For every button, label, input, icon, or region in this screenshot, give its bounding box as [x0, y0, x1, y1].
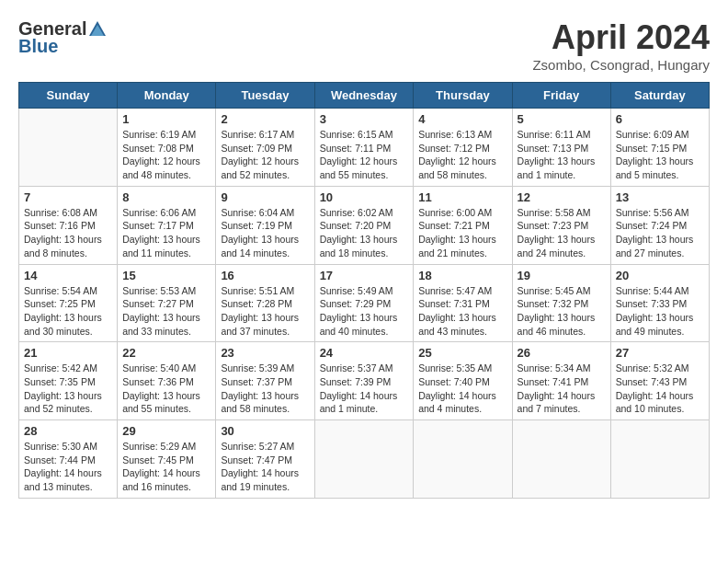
calendar-cell: 23Sunrise: 5:39 AMSunset: 7:37 PMDayligh…: [216, 342, 314, 420]
calendar-cell: 9Sunrise: 6:04 AMSunset: 7:19 PMDaylight…: [216, 186, 314, 264]
day-info: Sunrise: 6:15 AMSunset: 7:11 PMDaylight:…: [320, 128, 409, 182]
day-number: 4: [418, 112, 506, 126]
calendar-cell: 16Sunrise: 5:51 AMSunset: 7:28 PMDayligh…: [216, 264, 314, 342]
calendar-cell: 26Sunrise: 5:34 AMSunset: 7:41 PMDayligh…: [512, 342, 610, 420]
day-info: Sunrise: 5:40 AMSunset: 7:36 PMDaylight:…: [122, 362, 210, 416]
day-number: 25: [418, 346, 506, 360]
day-number: 6: [616, 112, 704, 126]
calendar-cell: 19Sunrise: 5:45 AMSunset: 7:32 PMDayligh…: [512, 264, 610, 342]
day-number: 5: [518, 112, 606, 126]
day-info: Sunrise: 6:11 AMSunset: 7:13 PMDaylight:…: [518, 128, 606, 182]
calendar-cell: 6Sunrise: 6:09 AMSunset: 7:15 PMDaylight…: [610, 109, 709, 187]
day-number: 15: [122, 269, 210, 282]
day-of-week-header: Thursday: [414, 83, 512, 109]
logo-icon: [87, 19, 108, 40]
day-number: 11: [418, 190, 506, 204]
day-info: Sunrise: 6:06 AMSunset: 7:17 PMDaylight:…: [122, 206, 210, 260]
day-number: 13: [616, 190, 704, 204]
calendar-cell: 21Sunrise: 5:42 AMSunset: 7:35 PMDayligh…: [19, 342, 118, 420]
calendar-cell: [414, 420, 512, 499]
day-info: Sunrise: 5:53 AMSunset: 7:27 PMDaylight:…: [122, 284, 210, 339]
calendar-cell: [19, 109, 118, 187]
day-of-week-header: Tuesday: [216, 83, 314, 109]
calendar-week-row: 7Sunrise: 6:08 AMSunset: 7:16 PMDaylight…: [19, 186, 710, 264]
day-number: 29: [122, 424, 210, 438]
day-info: Sunrise: 5:35 AMSunset: 7:40 PMDaylight:…: [418, 362, 506, 416]
calendar-cell: 1Sunrise: 6:19 AMSunset: 7:08 PMDaylight…: [118, 109, 216, 187]
calendar-cell: 17Sunrise: 5:49 AMSunset: 7:29 PMDayligh…: [314, 264, 414, 342]
day-info: Sunrise: 5:51 AMSunset: 7:28 PMDaylight:…: [221, 284, 309, 339]
day-number: 30: [221, 424, 309, 438]
day-info: Sunrise: 6:13 AMSunset: 7:12 PMDaylight:…: [418, 128, 506, 182]
calendar-cell: 11Sunrise: 6:00 AMSunset: 7:21 PMDayligh…: [414, 186, 512, 264]
day-info: Sunrise: 5:49 AMSunset: 7:29 PMDaylight:…: [320, 284, 409, 339]
day-number: 17: [320, 269, 409, 282]
calendar-week-row: 14Sunrise: 5:54 AMSunset: 7:25 PMDayligh…: [19, 264, 710, 342]
day-info: Sunrise: 5:44 AMSunset: 7:33 PMDaylight:…: [616, 284, 704, 339]
calendar-cell: 30Sunrise: 5:27 AMSunset: 7:47 PMDayligh…: [216, 420, 314, 499]
day-info: Sunrise: 6:19 AMSunset: 7:08 PMDaylight:…: [122, 128, 210, 182]
day-info: Sunrise: 5:45 AMSunset: 7:32 PMDaylight:…: [518, 284, 606, 339]
day-info: Sunrise: 6:08 AMSunset: 7:16 PMDaylight:…: [24, 206, 112, 260]
day-number: 3: [320, 112, 409, 126]
calendar-cell: 8Sunrise: 6:06 AMSunset: 7:17 PMDaylight…: [118, 186, 216, 264]
calendar-cell: 7Sunrise: 6:08 AMSunset: 7:16 PMDaylight…: [19, 186, 118, 264]
day-number: 2: [221, 112, 309, 126]
calendar-cell: 25Sunrise: 5:35 AMSunset: 7:40 PMDayligh…: [414, 342, 512, 420]
calendar-cell: 10Sunrise: 6:02 AMSunset: 7:20 PMDayligh…: [314, 186, 414, 264]
day-info: Sunrise: 5:56 AMSunset: 7:24 PMDaylight:…: [616, 206, 704, 260]
day-number: 12: [518, 190, 606, 204]
calendar-cell: 4Sunrise: 6:13 AMSunset: 7:12 PMDaylight…: [414, 109, 512, 187]
day-info: Sunrise: 5:58 AMSunset: 7:23 PMDaylight:…: [518, 206, 606, 260]
day-number: 9: [221, 190, 309, 204]
day-number: 20: [616, 269, 704, 282]
calendar-cell: 24Sunrise: 5:37 AMSunset: 7:39 PMDayligh…: [314, 342, 414, 420]
calendar-table: SundayMondayTuesdayWednesdayThursdayFrid…: [18, 82, 710, 499]
day-info: Sunrise: 5:47 AMSunset: 7:31 PMDaylight:…: [418, 284, 506, 339]
day-info: Sunrise: 6:04 AMSunset: 7:19 PMDaylight:…: [221, 206, 309, 260]
day-info: Sunrise: 5:42 AMSunset: 7:35 PMDaylight:…: [24, 362, 112, 416]
day-info: Sunrise: 6:02 AMSunset: 7:20 PMDaylight:…: [320, 206, 409, 260]
day-info: Sunrise: 5:39 AMSunset: 7:37 PMDaylight:…: [221, 362, 309, 416]
calendar-cell: 20Sunrise: 5:44 AMSunset: 7:33 PMDayligh…: [610, 264, 709, 342]
calendar-cell: 3Sunrise: 6:15 AMSunset: 7:11 PMDaylight…: [314, 109, 414, 187]
calendar-cell: 14Sunrise: 5:54 AMSunset: 7:25 PMDayligh…: [19, 264, 118, 342]
day-info: Sunrise: 5:29 AMSunset: 7:45 PMDaylight:…: [122, 440, 210, 494]
day-of-week-header: Saturday: [610, 83, 709, 109]
day-number: 16: [221, 269, 309, 282]
calendar-cell: 15Sunrise: 5:53 AMSunset: 7:27 PMDayligh…: [118, 264, 216, 342]
calendar-header-row: SundayMondayTuesdayWednesdayThursdayFrid…: [19, 83, 710, 109]
day-number: 22: [122, 346, 210, 360]
day-number: 24: [320, 346, 409, 360]
day-of-week-header: Wednesday: [314, 83, 414, 109]
day-info: Sunrise: 5:27 AMSunset: 7:47 PMDaylight:…: [221, 440, 309, 494]
calendar-cell: 5Sunrise: 6:11 AMSunset: 7:13 PMDaylight…: [512, 109, 610, 187]
calendar-week-row: 28Sunrise: 5:30 AMSunset: 7:44 PMDayligh…: [19, 420, 710, 499]
logo: General Blue: [18, 18, 108, 57]
day-info: Sunrise: 5:32 AMSunset: 7:43 PMDaylight:…: [616, 362, 704, 416]
day-number: 23: [221, 346, 309, 360]
day-number: 10: [320, 190, 409, 204]
calendar-week-row: 21Sunrise: 5:42 AMSunset: 7:35 PMDayligh…: [19, 342, 710, 420]
day-of-week-header: Friday: [512, 83, 610, 109]
calendar-cell: 28Sunrise: 5:30 AMSunset: 7:44 PMDayligh…: [19, 420, 118, 499]
calendar-cell: 29Sunrise: 5:29 AMSunset: 7:45 PMDayligh…: [118, 420, 216, 499]
day-number: 26: [518, 346, 606, 360]
month-title: April 2024: [532, 18, 710, 57]
calendar-cell: 27Sunrise: 5:32 AMSunset: 7:43 PMDayligh…: [610, 342, 709, 420]
day-info: Sunrise: 6:09 AMSunset: 7:15 PMDaylight:…: [616, 128, 704, 182]
page-header: General Blue April 2024 Zsombo, Csongrad…: [18, 18, 710, 73]
logo-blue-text: Blue: [18, 36, 58, 57]
calendar-week-row: 1Sunrise: 6:19 AMSunset: 7:08 PMDaylight…: [19, 109, 710, 187]
day-info: Sunrise: 5:34 AMSunset: 7:41 PMDaylight:…: [518, 362, 606, 416]
day-number: 18: [418, 269, 506, 282]
calendar-cell: 18Sunrise: 5:47 AMSunset: 7:31 PMDayligh…: [414, 264, 512, 342]
title-section: April 2024 Zsombo, Csongrad, Hungary: [532, 18, 710, 73]
calendar-cell: 12Sunrise: 5:58 AMSunset: 7:23 PMDayligh…: [512, 186, 610, 264]
day-number: 28: [24, 424, 112, 438]
calendar-cell: [314, 420, 414, 499]
calendar-cell: 13Sunrise: 5:56 AMSunset: 7:24 PMDayligh…: [610, 186, 709, 264]
day-info: Sunrise: 6:00 AMSunset: 7:21 PMDaylight:…: [418, 206, 506, 260]
day-info: Sunrise: 5:54 AMSunset: 7:25 PMDaylight:…: [24, 284, 112, 339]
day-number: 21: [24, 346, 112, 360]
